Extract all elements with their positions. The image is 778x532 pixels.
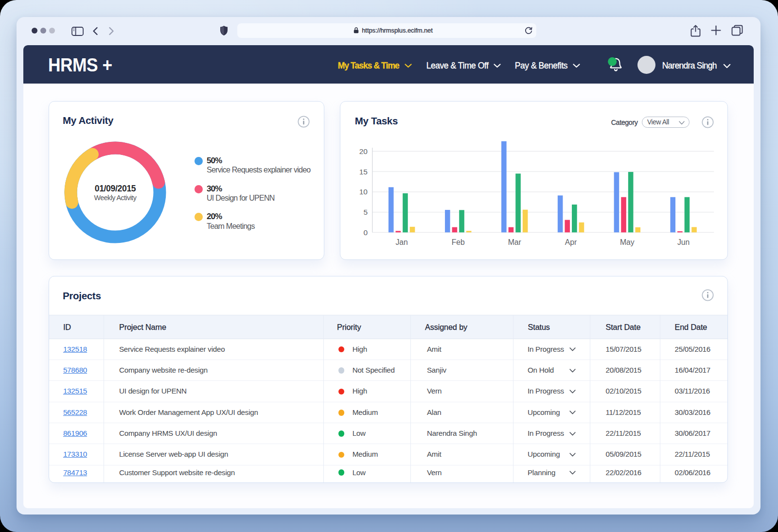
svg-text:0: 0 [363,228,368,237]
svg-text:5: 5 [363,208,368,216]
svg-text:15: 15 [359,168,367,176]
svg-text:Mar: Mar [508,238,521,246]
svg-text:Jan: Jan [395,238,407,246]
svg-text:10: 10 [359,188,368,196]
svg-text:20: 20 [359,147,368,155]
svg-text:Apr: Apr [565,238,577,246]
svg-text:Feb: Feb [451,238,464,246]
svg-text:May: May [620,238,635,246]
svg-text:Jun: Jun [677,238,690,246]
